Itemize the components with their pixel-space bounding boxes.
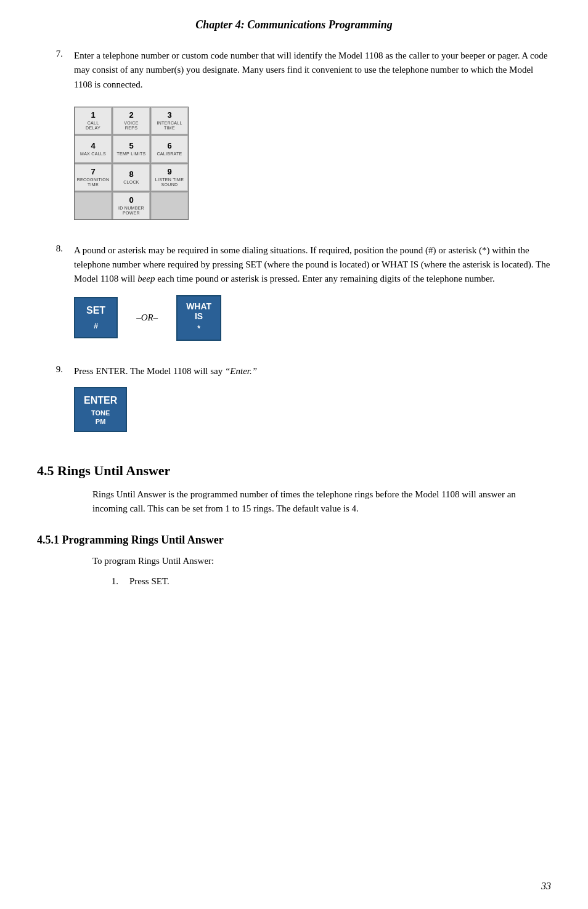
set-button: SET #	[74, 297, 118, 338]
section-4-5-1: 4.5.1 Programming Rings Until Answer To …	[37, 534, 551, 589]
item-9: 9. Press ENTER. The Model 1108 will say …	[37, 364, 551, 443]
step1-number: 1.	[92, 574, 129, 589]
key-4: 4 MAX CALLS	[75, 136, 112, 163]
section-4-5-1-intro: To program Rings Until Answer:	[92, 554, 551, 568]
what-is-sublabel: *	[197, 323, 200, 335]
key-5: 5 TEMP LIMITS	[113, 136, 150, 163]
what-is-line1: WHAT	[186, 301, 211, 312]
section-4-5: 4.5 Rings Until Answer Rings Until Answe…	[37, 463, 551, 516]
item-7-number: 7.	[37, 49, 74, 59]
key-6: 6 CALIBRATE	[151, 136, 188, 163]
what-is-line2: IS	[195, 311, 203, 322]
section-4-5-body: Rings Until Answer is the programmed num…	[92, 487, 551, 516]
item-7-content: Enter a telephone number or custom code …	[74, 49, 551, 231]
key-empty-right	[151, 192, 188, 219]
or-text: –OR–	[136, 311, 158, 325]
item-8-content: A pound or asterisk may be required in s…	[74, 243, 551, 352]
page-number: 33	[541, 881, 551, 892]
set-button-sublabel: #	[94, 320, 98, 332]
key-0: 0 ID NUMBERPOWER	[113, 192, 150, 219]
section-4-5-1-body: To program Rings Until Answer: 1. Press …	[92, 554, 551, 589]
key-2: 2 VOICEREPS	[113, 107, 150, 134]
item-8-text: A pound or asterisk may be required in s…	[74, 243, 551, 287]
chapter-title: Chapter 4: Communications Programming	[195, 18, 393, 31]
keypad-diagram: 1 CALLDELAY 2 VOICEREPS 3 INTERCALLTIME …	[74, 107, 189, 220]
key-empty-left	[75, 192, 112, 219]
page: Chapter 4: Communications Programming 7.…	[0, 0, 588, 909]
item-7-text: Enter a telephone number or custom code …	[74, 49, 551, 92]
item-9-number: 9.	[37, 364, 74, 375]
enter-button-label: ENTER	[84, 393, 117, 409]
step1-text: Press SET.	[129, 574, 551, 589]
item-9-text: Press ENTER. The Model 1108 will say “En…	[74, 364, 551, 378]
enter-button: ENTER TONE PM	[74, 387, 127, 432]
item-7: 7. Enter a telephone number or custom co…	[37, 49, 551, 231]
chapter-header: Chapter 4: Communications Programming	[37, 18, 551, 31]
section-4-5-1-heading: 4.5.1 Programming Rings Until Answer	[37, 534, 551, 547]
enter-button-sub1: TONE	[91, 409, 110, 417]
key-9: 9 LISTEN TIMESOUND	[151, 164, 188, 191]
button-row-set-what: SET # –OR– WHAT IS *	[74, 295, 551, 341]
key-8: 8 CLOCK	[113, 164, 150, 191]
set-button-label: SET	[86, 303, 105, 319]
item-9-content: Press ENTER. The Model 1108 will say “En…	[74, 364, 551, 443]
key-3: 3 INTERCALLTIME	[151, 107, 188, 134]
key-7: 7 RECOGNITIONTIME	[75, 164, 112, 191]
item-8: 8. A pound or asterisk may be required i…	[37, 243, 551, 352]
button-row-enter: ENTER TONE PM	[74, 387, 551, 432]
section-4-5-1-step1: 1. Press SET.	[92, 574, 551, 589]
section-4-5-heading: 4.5 Rings Until Answer	[37, 463, 551, 479]
enter-button-sub2: PM	[96, 418, 106, 426]
what-is-button: WHAT IS *	[176, 295, 221, 341]
item-8-number: 8.	[37, 243, 74, 254]
key-1: 1 CALLDELAY	[75, 107, 112, 134]
